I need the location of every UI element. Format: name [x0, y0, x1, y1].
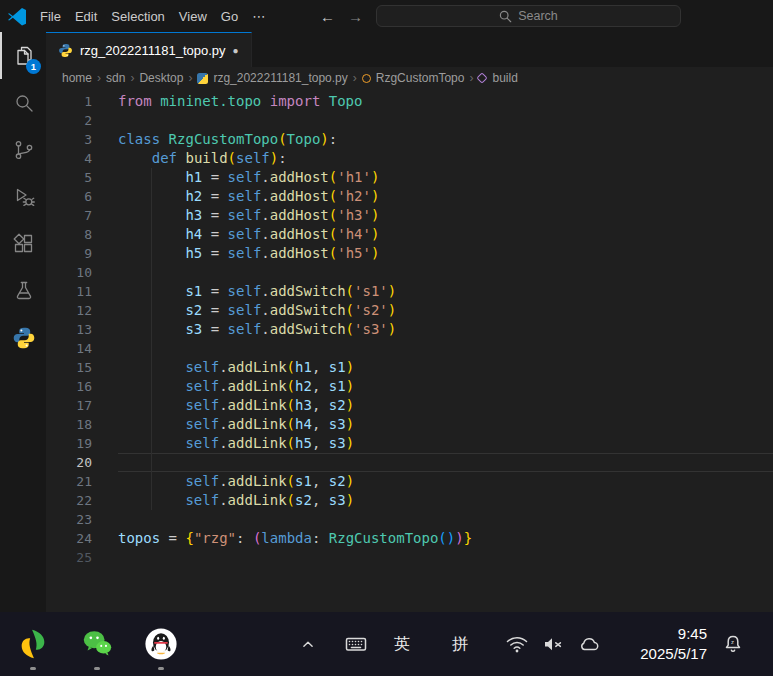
- tray-notifications[interactable]: z: [719, 624, 747, 664]
- code-line-1[interactable]: 1from mininet.topo import Topo: [46, 92, 773, 111]
- running-indicator: [158, 667, 164, 670]
- breadcrumb-separator: ›: [97, 71, 101, 85]
- menu-item-edit[interactable]: Edit: [68, 5, 104, 28]
- code-line-21[interactable]: 21 self.addLink(s1, s2): [46, 472, 773, 491]
- code-line-2[interactable]: 2: [46, 111, 773, 130]
- vscode-logo-icon: [7, 6, 27, 26]
- line-number: 11: [46, 282, 92, 301]
- search-icon: [12, 91, 36, 115]
- code-line-15[interactable]: 15 self.addLink(h1, s1): [46, 358, 773, 377]
- vscode-window: File Edit Selection View Go ⋯ ← → Search…: [0, 0, 773, 676]
- command-center-search[interactable]: Search: [376, 5, 681, 27]
- code-line-3[interactable]: 3class RzgCustomTopo(Topo):: [46, 130, 773, 149]
- breadcrumb-item-home[interactable]: home: [62, 71, 92, 85]
- menu-item-go[interactable]: Go: [214, 5, 245, 28]
- explorer-badge: 1: [26, 59, 41, 74]
- line-number: 24: [46, 529, 92, 548]
- code-line-6[interactable]: 6 h2 = self.addHost('h2'): [46, 187, 773, 206]
- colorful-app-icon: [16, 627, 50, 661]
- line-number: 3: [46, 130, 92, 149]
- tab-rzg-topo-py[interactable]: rzg_2022211181_topo.py ●: [46, 32, 252, 67]
- chevron-up-icon: [297, 633, 319, 655]
- svg-text:z: z: [731, 639, 734, 645]
- notification-bell-icon: z: [721, 632, 745, 656]
- code-line-13[interactable]: 13 s3 = self.addSwitch('s3'): [46, 320, 773, 339]
- activity-search-button[interactable]: [0, 79, 46, 126]
- menu-item-file[interactable]: File: [33, 5, 68, 28]
- tray-touch-keyboard[interactable]: [341, 624, 371, 664]
- running-indicator: [30, 667, 36, 670]
- menubar: File Edit Selection View Go ⋯: [33, 5, 272, 28]
- activity-extensions-button[interactable]: [0, 220, 46, 267]
- breadcrumb-separator: ›: [188, 71, 192, 85]
- taskbar: 英 拼 9:45 2025/5/17: [0, 612, 773, 676]
- line-number: 13: [46, 320, 92, 339]
- line-number: 12: [46, 301, 92, 320]
- code-line-7[interactable]: 7 h3 = self.addHost('h3'): [46, 206, 773, 225]
- code-line-22[interactable]: 22 self.addLink(s2, s3): [46, 491, 773, 510]
- activity-run-debug-button[interactable]: [0, 173, 46, 220]
- volume-muted-icon: [541, 632, 565, 656]
- ime-english-indicator[interactable]: 英: [387, 624, 417, 664]
- search-icon: [499, 10, 512, 23]
- tray-chevron-up[interactable]: [293, 624, 323, 664]
- breadcrumb-item-build[interactable]: build: [478, 71, 517, 85]
- forward-arrow-icon[interactable]: →: [348, 8, 363, 25]
- line-number: 25: [46, 548, 92, 567]
- code-line-18[interactable]: 18 self.addLink(h4, s3): [46, 415, 773, 434]
- indent-guide: [151, 168, 152, 510]
- line-number: 6: [46, 187, 92, 206]
- titlebar: File Edit Selection View Go ⋯ ← → Search: [0, 0, 773, 32]
- extensions-icon: [12, 232, 36, 256]
- line-number: 4: [46, 149, 92, 168]
- taskbar-apps: [14, 615, 180, 673]
- menu-item-view[interactable]: View: [172, 5, 214, 28]
- code-line-20[interactable]: 20: [46, 453, 773, 472]
- activity-testing-button[interactable]: [0, 267, 46, 314]
- taskbar-app-qq[interactable]: [142, 615, 180, 673]
- line-number: 19: [46, 434, 92, 453]
- activity-explorer-button[interactable]: 1: [0, 32, 46, 79]
- history-nav: ← →: [320, 0, 363, 32]
- code-line-5[interactable]: 5 h1 = self.addHost('h1'): [46, 168, 773, 187]
- line-number: 20: [46, 453, 92, 472]
- taskbar-app-wechat[interactable]: [78, 615, 116, 673]
- code-line-14[interactable]: 14: [46, 339, 773, 358]
- code-line-12[interactable]: 12 s2 = self.addSwitch('s2'): [46, 301, 773, 320]
- taskbar-app-colorful[interactable]: [14, 615, 52, 673]
- breadcrumb-item-RzgCustomTopo[interactable]: RzgCustomTopo: [362, 71, 465, 85]
- activity-source-control-button[interactable]: [0, 126, 46, 173]
- activity-python-button[interactable]: [0, 314, 46, 361]
- line-number: 7: [46, 206, 92, 225]
- back-arrow-icon[interactable]: ←: [320, 8, 335, 25]
- breadcrumb-item-Desktop[interactable]: Desktop: [139, 71, 183, 85]
- code-line-10[interactable]: 10: [46, 263, 773, 282]
- wifi-icon: [505, 632, 529, 656]
- breadcrumb-separator: ›: [353, 71, 357, 85]
- code-line-8[interactable]: 8 h4 = self.addHost('h4'): [46, 225, 773, 244]
- modified-dot[interactable]: ●: [233, 45, 239, 56]
- code-line-19[interactable]: 19 self.addLink(h5, s3): [46, 434, 773, 453]
- code-line-16[interactable]: 16 self.addLink(h2, s1): [46, 377, 773, 396]
- code-lines: 1from mininet.topo import Topo23class Rz…: [46, 92, 773, 567]
- clock-time: 9:45: [611, 624, 707, 644]
- code-line-25[interactable]: 25: [46, 548, 773, 567]
- menu-item-more[interactable]: ⋯: [245, 5, 272, 28]
- code-line-4[interactable]: 4 def build(self):: [46, 149, 773, 168]
- taskbar-clock[interactable]: 9:45 2025/5/17: [611, 624, 707, 664]
- code-line-23[interactable]: 23: [46, 510, 773, 529]
- menu-item-selection[interactable]: Selection: [104, 5, 171, 28]
- breadcrumb-item-sdn[interactable]: sdn: [106, 71, 125, 85]
- cloud-icon: [577, 632, 601, 656]
- tray-cloud[interactable]: [575, 624, 603, 664]
- line-number: 23: [46, 510, 92, 529]
- tray-network[interactable]: [503, 624, 531, 664]
- breadcrumb-item-rzg_2022211181_topo.py[interactable]: rzg_2022211181_topo.py: [197, 71, 347, 85]
- tray-volume[interactable]: [539, 624, 567, 664]
- code-line-11[interactable]: 11 s1 = self.addSwitch('s1'): [46, 282, 773, 301]
- ime-pinyin-indicator[interactable]: 拼: [445, 624, 475, 664]
- code-line-9[interactable]: 9 h5 = self.addHost('h5'): [46, 244, 773, 263]
- code-line-24[interactable]: 24topos = {"rzg": (lambda: RzgCustomTopo…: [46, 529, 773, 548]
- code-line-17[interactable]: 17 self.addLink(h3, s2): [46, 396, 773, 415]
- line-number: 8: [46, 225, 92, 244]
